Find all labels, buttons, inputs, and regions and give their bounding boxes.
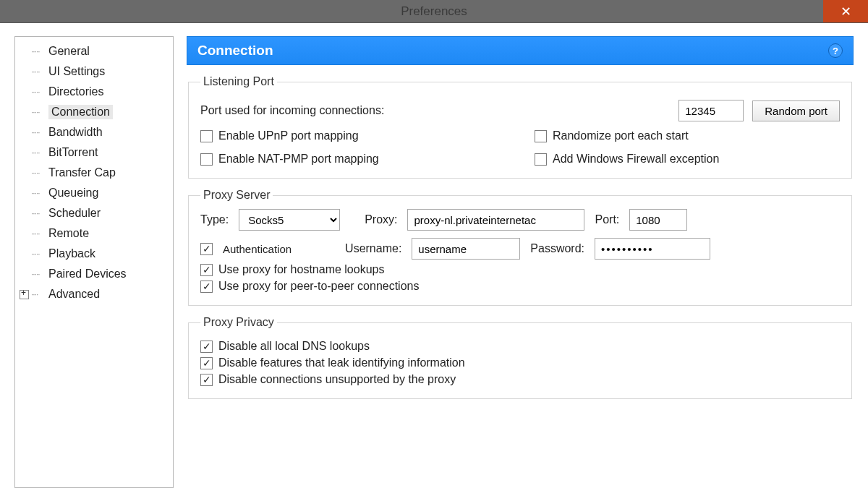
natpmp-checkbox[interactable] [200,153,213,166]
disable-unsupported-checkbox[interactable]: ✓ [200,374,213,386]
tree-dots-icon: ····· [31,147,46,158]
port-label: Port used for incoming connections: [200,104,384,117]
tree-dots-icon: ···· [31,289,46,299]
sidebar-item-remote[interactable]: ·····Remote [18,223,173,244]
sidebar-item-scheduler[interactable]: ·····Scheduler [18,203,173,223]
proxy-port-input[interactable] [629,209,687,231]
tree-dots-icon: ····· [31,127,46,137]
section-header: Connection ? [187,36,854,65]
sidebar-item-paired-devices[interactable]: ·····Paired Devices [18,264,173,284]
sidebar-item-bittorrent[interactable]: ·····BitTorrent [18,142,173,163]
sidebar: ·····General ·····UI Settings ·····Direc… [14,36,174,488]
listening-port-legend: Listening Port [200,75,277,88]
disable-leak-label: Disable features that leak identifying i… [218,356,465,369]
password-input[interactable] [595,238,710,260]
tree-dots-icon: ····· [31,188,46,198]
auth-checkbox[interactable]: ✓ [200,243,213,255]
proxy-host-label: Proxy: [365,213,397,226]
disable-dns-checkbox[interactable]: ✓ [200,341,213,353]
close-icon: ✕ [841,4,851,20]
titlebar: Preferences ✕ [0,0,868,22]
p2p-proxy-checkbox[interactable]: ✓ [200,281,213,293]
username-input[interactable] [412,238,520,260]
proxy-type-select[interactable]: Socks5 [239,209,340,231]
tree-dots-icon: ····· [31,67,46,77]
proxy-privacy-group: Proxy Privacy ✓Disable all local DNS loo… [188,316,852,399]
randomize-label: Randomize port each start [553,129,689,142]
disable-dns-label: Disable all local DNS lookups [218,340,370,353]
window-title: Preferences [401,4,467,19]
firewall-label: Add Windows Firewall exception [553,153,719,166]
proxy-host-input[interactable] [407,209,584,231]
tree-dots-icon: ····· [31,208,46,218]
sidebar-item-general[interactable]: ·····General [18,41,173,61]
main-panel: Connection ? Listening Port Port used fo… [187,36,854,488]
proxy-port-label: Port: [595,213,619,226]
help-icon[interactable]: ? [828,43,843,58]
natpmp-label: Enable NAT-PMP port mapping [218,153,379,166]
auth-label: Authentication [223,243,292,255]
incoming-port-input[interactable] [678,100,744,121]
listening-port-group: Listening Port Port used for incoming co… [188,75,852,179]
sidebar-item-advanced[interactable]: ····Advanced [18,284,173,304]
section-title: Connection [197,43,273,59]
username-label: Username: [345,242,401,255]
tree-dots-icon: ····· [31,107,46,117]
proxy-type-label: Type: [200,213,229,226]
sidebar-item-transfer-cap[interactable]: ·····Transfer Cap [18,163,173,183]
tree-dots-icon: ····· [31,87,46,97]
hostname-lookups-label: Use proxy for hostname lookups [218,263,384,276]
tree-dots-icon: ····· [31,269,46,279]
randomize-checkbox[interactable] [535,130,547,142]
window-body: ·····General ·····UI Settings ·····Direc… [0,22,868,488]
random-port-button[interactable]: Random port [752,100,840,121]
tree-dots-icon: ····· [31,46,46,56]
upnp-checkbox[interactable] [200,130,213,142]
tree-dots-icon: ····· [31,249,46,259]
password-label: Password: [530,242,584,255]
hostname-lookups-checkbox[interactable]: ✓ [200,264,213,276]
proxy-privacy-legend: Proxy Privacy [200,316,277,329]
disable-leak-checkbox[interactable]: ✓ [200,357,213,369]
tree-dots-icon: ····· [31,228,46,239]
sidebar-item-ui-settings[interactable]: ·····UI Settings [18,61,173,82]
sidebar-item-bandwidth[interactable]: ·····Bandwidth [18,122,173,142]
proxy-server-group: Proxy Server Type: Socks5 Proxy: Port: ✓… [188,189,852,306]
sidebar-item-directories[interactable]: ·····Directories [18,82,173,102]
sidebar-item-queueing[interactable]: ·····Queueing [18,183,173,203]
tree-dots-icon: ····· [31,168,46,178]
firewall-checkbox[interactable] [535,153,547,166]
upnp-label: Enable UPnP port mapping [218,129,359,142]
sidebar-item-playback[interactable]: ·····Playback [18,244,173,264]
sidebar-item-connection[interactable]: ·····Connection [18,102,173,122]
disable-unsupported-label: Disable connections unsupported by the p… [218,373,456,386]
proxy-server-legend: Proxy Server [200,189,273,202]
p2p-proxy-label: Use proxy for peer-to-peer connections [218,280,419,293]
close-button[interactable]: ✕ [823,0,868,22]
